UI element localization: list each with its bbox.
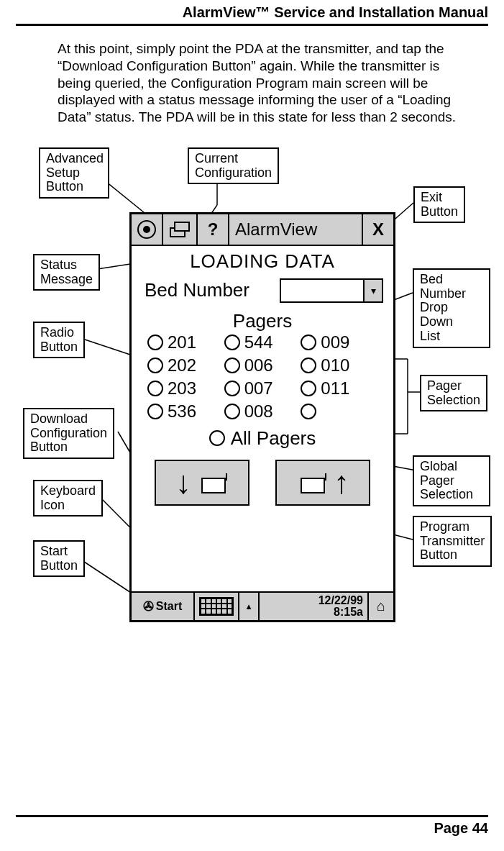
clock-date: 12/22/99: [319, 595, 363, 606]
callout-download-configuration: Download Configuration Button: [23, 408, 114, 459]
home-icon: ⌂: [377, 598, 385, 614]
radio-icon: [224, 358, 240, 373]
pager-option[interactable]: 009: [301, 332, 377, 352]
radio-icon: [147, 381, 163, 396]
pager-label: 544: [244, 332, 273, 352]
callout-radio-button: Radio Button: [33, 322, 85, 359]
all-pagers-option[interactable]: All Pagers: [132, 427, 393, 450]
callout-status-message: Status Message: [33, 254, 100, 291]
pager-label: 202: [168, 355, 196, 376]
title-bar: ? AlarmView X: [132, 214, 393, 246]
body-paragraph: At this point, simply point the PDA at t…: [58, 40, 475, 126]
radio-icon: [147, 335, 163, 350]
pager-label: 006: [244, 355, 273, 376]
radio-icon: [147, 358, 163, 373]
radio-icon: [301, 381, 316, 396]
transmitter-icon: [296, 472, 328, 493]
program-transmitter-button[interactable]: ↑: [275, 460, 370, 506]
app-title: AlarmView: [229, 219, 362, 240]
pager-option[interactable]: [301, 401, 377, 422]
advanced-setup-button[interactable]: [163, 214, 198, 245]
pager-option[interactable]: 544: [224, 332, 301, 352]
exit-button[interactable]: X: [362, 214, 393, 245]
pager-option[interactable]: 202: [147, 355, 224, 376]
pagers-heading: Pagers: [132, 310, 393, 332]
keyboard-icon: [199, 597, 234, 616]
pager-option[interactable]: 010: [301, 355, 377, 376]
pager-label: 008: [244, 401, 273, 422]
pager-option[interactable]: 008: [224, 401, 301, 422]
callout-exit-button: Exit Button: [413, 186, 465, 224]
bed-number-label: Bed Number: [145, 279, 249, 301]
pager-option[interactable]: 007: [224, 378, 301, 399]
all-pagers-label: All Pagers: [231, 427, 316, 450]
pager-label: 007: [244, 378, 273, 399]
page-header: AlarmView™ Service and Installation Manu…: [16, 0, 488, 26]
start-icon: ✇: [143, 599, 154, 614]
download-configuration-button[interactable]: ↓: [155, 460, 249, 506]
svg-rect-17: [175, 222, 189, 231]
callout-current-configuration: Current Configuration: [188, 147, 279, 185]
chevron-down-icon[interactable]: ▾: [363, 280, 382, 301]
pager-label: 201: [168, 332, 196, 352]
radio-icon: [209, 430, 225, 446]
bed-number-dropdown[interactable]: ▾: [280, 278, 383, 303]
pager-option[interactable]: 006: [224, 355, 301, 376]
pager-grid: 201 544 009 202 006 010 203 007 011 536 …: [132, 332, 393, 422]
callout-pager-selection: Pager Selection: [420, 375, 487, 412]
desktop-button[interactable]: ⌂: [367, 593, 393, 620]
radio-icon: [147, 404, 163, 419]
start-label: Start: [156, 600, 182, 613]
pager-option[interactable]: 201: [147, 332, 224, 352]
bed-number-value[interactable]: [281, 280, 363, 301]
radio-icon: [224, 404, 240, 419]
callout-start-button: Start Button: [33, 540, 85, 578]
callout-keyboard-icon: Keyboard Icon: [33, 480, 103, 517]
keyboard-button[interactable]: [195, 593, 239, 620]
pager-option[interactable]: 536: [147, 401, 224, 422]
callout-program-transmitter: Program Transmitter Button: [413, 516, 492, 567]
arrow-up-icon: ↑: [334, 467, 349, 499]
radio-icon: [224, 335, 240, 350]
start-button[interactable]: ✇ Start: [132, 593, 195, 620]
radio-icon: [301, 358, 316, 373]
taskbar: ✇ Start ▴ 12/22/99 8:15a ⌂: [132, 591, 393, 620]
status-message: LOADING DATA: [132, 250, 393, 273]
pda-screen: ? AlarmView X LOADING DATA Bed Number ▾ …: [129, 212, 395, 622]
current-configuration-button[interactable]: ?: [198, 214, 229, 245]
annotated-diagram: Advanced Setup Button Current Configurat…: [16, 147, 490, 651]
clock-time: 8:15a: [319, 606, 363, 618]
pager-label: 011: [321, 378, 349, 399]
radio-icon: [301, 404, 316, 419]
input-panel-toggle[interactable]: ▴: [239, 593, 260, 620]
pager-label: 203: [168, 378, 196, 399]
pager-label: 536: [168, 401, 196, 422]
advanced-setup-icon: [169, 221, 191, 238]
pager-option[interactable]: 011: [301, 378, 377, 399]
pager-label: 010: [321, 355, 349, 376]
radio-icon: [224, 381, 240, 396]
pager-option[interactable]: 203: [147, 378, 224, 399]
radio-indicator-icon[interactable]: [132, 214, 163, 245]
page-footer: Page 44: [16, 815, 488, 837]
radio-icon: [301, 335, 316, 350]
arrow-down-icon: ↓: [175, 467, 191, 499]
callout-bed-number-dropdown: Bed Number Drop Down List: [413, 268, 490, 348]
pager-label: 009: [321, 332, 349, 352]
transmitter-icon: [197, 472, 229, 493]
callout-global-pager-selection: Global Pager Selection: [413, 455, 490, 506]
taskbar-clock: 12/22/99 8:15a: [314, 595, 367, 618]
callout-advanced-setup: Advanced Setup Button: [39, 147, 109, 199]
